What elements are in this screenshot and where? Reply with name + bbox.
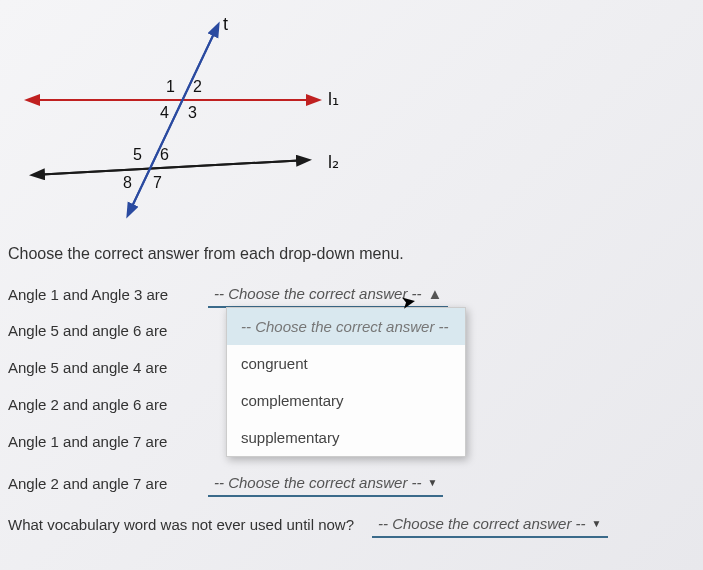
dropdown-last-text: -- Choose the correct answer -- [378,515,586,532]
question-label-4: Angle 2 and angle 6 are [8,396,208,413]
question-row-2: Angle 5 and angle 6 are [8,322,208,339]
question-label-3: Angle 5 and angle 4 are [8,359,208,376]
question-row-6: Angle 2 and angle 7 are -- Choose the co… [8,470,695,497]
question-label-last: What vocabulary word was not ever used u… [8,516,362,533]
svg-line-5 [128,25,218,215]
dropdown-last[interactable]: -- Choose the correct answer -- ▼ [372,511,607,538]
question-label-1: Angle 1 and Angle 3 are [8,286,208,303]
dropdown-option-placeholder[interactable]: -- Choose the correct answer -- [227,308,465,345]
svg-text:7: 7 [153,174,162,191]
caret-down-icon: ▼ [592,518,602,529]
question-label-2: Angle 5 and angle 6 are [8,322,208,339]
question-label-5: Angle 1 and angle 7 are [8,433,208,450]
dropdown-6-text: -- Choose the correct answer -- [214,474,422,491]
svg-text:6: 6 [160,146,169,163]
label-l1: l₁ [328,89,339,109]
label-t: t [223,14,228,34]
question-label-6: Angle 2 and angle 7 are [8,475,208,492]
caret-down-icon: ▼ [428,477,438,488]
dropdown-6[interactable]: -- Choose the correct answer -- ▼ [208,470,443,497]
transversal-diagram: t l₁ l₂ 1 2 3 4 5 6 7 8 [8,10,348,230]
question-row-4: Angle 2 and angle 6 are [8,396,208,413]
question-row-last: What vocabulary word was not ever used u… [8,511,695,538]
caret-up-icon: ▲ [428,285,443,302]
svg-line-3 [33,160,308,175]
dropdown-1-panel[interactable]: -- Choose the correct answer -- congruen… [226,307,466,457]
dropdown-option-complementary[interactable]: complementary [227,382,465,419]
svg-text:1: 1 [166,78,175,95]
question-row-5: Angle 1 and angle 7 are [8,433,208,450]
svg-text:8: 8 [123,174,132,191]
dropdown-option-supplementary[interactable]: supplementary [227,419,465,456]
label-l2: l₂ [328,152,339,172]
svg-text:3: 3 [188,104,197,121]
dropdown-1-placeholder-text: -- Choose the correct answer -- [214,285,422,302]
diagram-svg: t l₁ l₂ 1 2 3 4 5 6 7 8 [8,10,348,230]
svg-text:2: 2 [193,78,202,95]
question-row-3: Angle 5 and angle 4 are [8,359,208,376]
svg-text:5: 5 [133,146,142,163]
question-row-1: Angle 1 and Angle 3 are -- Choose the co… [8,281,695,308]
dropdown-option-congruent[interactable]: congruent [227,345,465,382]
instruction-text: Choose the correct answer from each drop… [8,245,695,263]
svg-text:4: 4 [160,104,169,121]
